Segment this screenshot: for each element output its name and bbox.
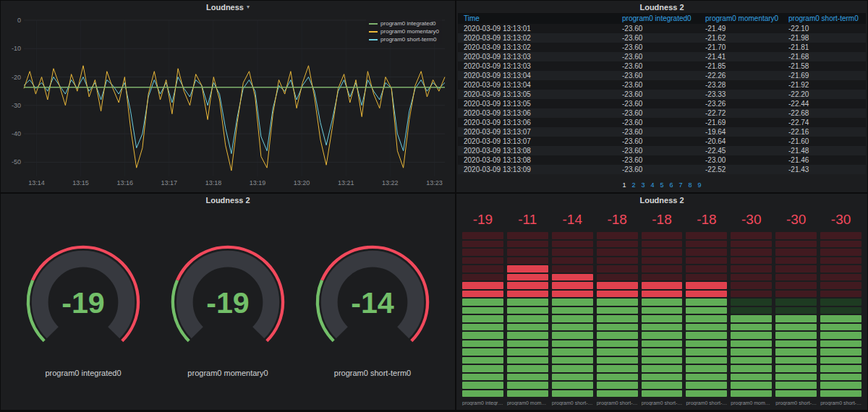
bar-value: -19 [462, 212, 503, 228]
lcd-cell [686, 249, 727, 256]
svg-text:13:22: 13:22 [382, 179, 399, 186]
page-number[interactable]: 5 [660, 181, 663, 189]
table-column-header[interactable]: Time [458, 13, 616, 24]
lcd-cell [686, 390, 727, 398]
lcd-cell [552, 315, 593, 322]
timeseries-chart[interactable]: 13:1413:1513:1613:1713:1813:1913:2013:21… [1, 13, 455, 192]
lcd-cell [462, 332, 503, 339]
svg-text:13:15: 13:15 [72, 179, 89, 186]
chevron-down-icon: ▾ [247, 4, 250, 10]
lcd-cell [642, 382, 683, 389]
lcd-cell [686, 357, 727, 364]
table-cell: -23.60 [616, 71, 699, 80]
bar-label: program0 short-term0 [552, 400, 593, 405]
lcd-cell [552, 382, 593, 389]
page-number[interactable]: 3 [641, 181, 644, 189]
lcd-cell [552, 249, 593, 256]
svg-text:13:14: 13:14 [28, 179, 45, 186]
lcd-cell [597, 249, 638, 256]
table-cell: 2020-03-09 13:13:09 [458, 165, 616, 174]
table-cell: -21.98 [783, 33, 866, 43]
lcd-cell [731, 390, 772, 398]
bar-value: -18 [686, 212, 727, 228]
page-number[interactable]: 1 [622, 181, 626, 189]
table-row: 2020-03-09 13:13:08-23.60-22.45-21.48 [458, 146, 866, 155]
table-cell: 2020-03-09 13:13:04 [458, 80, 616, 90]
lcd-cell [597, 265, 638, 272]
table-cell: -21.46 [783, 155, 866, 165]
table-row: 2020-03-09 13:13:05-23.60-23.33-22.20 [458, 90, 866, 99]
lcd-cell [642, 299, 683, 306]
lcd-cell [507, 374, 548, 381]
page-number[interactable]: 2 [631, 181, 635, 189]
panel-title[interactable]: Loudness 2 [639, 196, 684, 205]
table-column-header[interactable]: program0 momentary0 [699, 13, 783, 24]
page-number[interactable]: 9 [698, 181, 702, 189]
lcd-cell [552, 324, 593, 331]
table-column-header[interactable]: program0 short-term0 [783, 13, 866, 24]
lcd-cell [686, 291, 727, 298]
page-number[interactable]: 6 [670, 181, 673, 189]
page-number[interactable]: 4 [650, 181, 654, 189]
svg-text:13:19: 13:19 [250, 179, 266, 186]
lcd-cell [775, 374, 817, 381]
panel-title[interactable]: Loudness [206, 3, 244, 12]
lcd-bar [507, 232, 548, 397]
legend-item[interactable]: program0 momentary0 [369, 28, 439, 35]
table-cell: -23.33 [699, 90, 783, 99]
lcd-cell [820, 282, 861, 289]
lcd-cell [731, 357, 772, 364]
bar-value: -18 [642, 212, 683, 228]
gauge-label: program0 momentary0 [187, 369, 268, 377]
panel-header-gauges[interactable]: Loudness 2 [1, 194, 455, 206]
table-cell: -23.60 [616, 137, 699, 146]
lcd-cell [731, 265, 772, 272]
table-cell: -21.43 [783, 165, 866, 174]
lcd-cell [686, 374, 727, 381]
panel-title[interactable]: Loudness 2 [205, 196, 250, 205]
table-cell: -22.44 [783, 99, 866, 108]
page-number[interactable]: 7 [679, 181, 683, 189]
legend-item[interactable]: program0 short-term0 [369, 36, 439, 43]
lcd-cell [820, 324, 861, 331]
lcd-cell [642, 357, 683, 364]
gauge: -19 program0 momentary0 [157, 239, 299, 377]
table-cell: -21.81 [783, 43, 866, 52]
lcd-cell [552, 241, 593, 248]
lcd-cell [462, 348, 503, 356]
lcd-cell [507, 382, 548, 389]
table-cell: -23.60 [616, 118, 699, 127]
table-row: 2020-03-09 13:13:04-23.60-22.26-21.69 [458, 71, 866, 80]
lcd-cell [552, 257, 593, 265]
table-column-header[interactable]: program0 integrated0 [616, 13, 699, 24]
lcd-cell [731, 291, 772, 298]
lcd-cell [731, 282, 772, 289]
panel-header-bargauge[interactable]: Loudness 2 [456, 194, 867, 206]
lcd-cell [642, 365, 683, 372]
lcd-cell [731, 307, 772, 314]
gauge: -14 program0 short-term0 [302, 239, 443, 377]
table-cell: -22.74 [783, 118, 866, 127]
svg-text:-30: -30 [12, 102, 21, 109]
lcd-cell [552, 365, 593, 372]
panel-header-table[interactable]: Loudness 2 [456, 1, 867, 13]
lcd-cell [552, 307, 593, 314]
lcd-cell [686, 265, 727, 272]
bar-label: program0 short-term0 [686, 400, 727, 405]
panel-header-loudness[interactable]: Loudness ▾ [1, 1, 455, 13]
lcd-cell [462, 357, 503, 364]
lcd-cell [820, 307, 861, 314]
svg-text:13:23: 13:23 [426, 179, 443, 186]
lcd-cell [507, 274, 548, 281]
lcd-cell [686, 232, 727, 239]
lcd-cell [552, 274, 593, 281]
legend-item[interactable]: program0 integrated0 [369, 20, 439, 27]
lcd-cell [552, 282, 593, 289]
lcd-cell [731, 374, 772, 381]
lcd-cell [597, 232, 638, 239]
lcd-cell [642, 232, 683, 239]
svg-text:13:16: 13:16 [116, 179, 133, 186]
panel-title[interactable]: Loudness 2 [639, 3, 684, 12]
page-number[interactable]: 8 [689, 181, 692, 189]
table-cell: 2020-03-09 13:13:05 [458, 90, 616, 99]
